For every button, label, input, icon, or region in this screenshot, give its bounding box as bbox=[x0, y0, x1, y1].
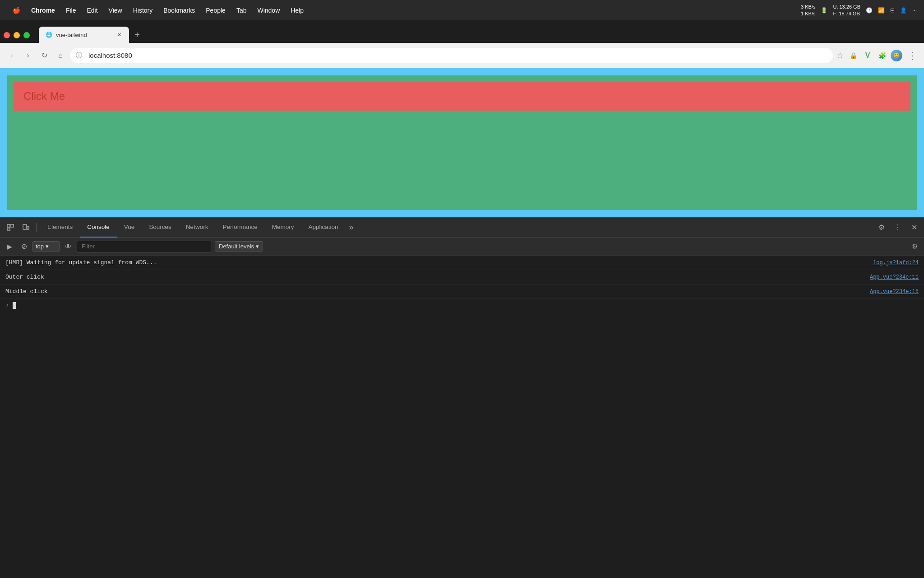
svg-rect-4 bbox=[27, 226, 29, 229]
console-toolbar: ▶ ⊘ top ▾ 👁 Default levels ▾ ⚙ bbox=[0, 238, 924, 256]
console-context-selector[interactable]: top ▾ bbox=[32, 241, 60, 252]
menubar: 🍎 Chrome File Edit View History Bookmark… bbox=[0, 0, 924, 20]
history-menu[interactable]: History bbox=[128, 0, 158, 20]
minimize-window-button[interactable] bbox=[14, 32, 20, 38]
storage-free: F: 18.74 GB bbox=[833, 10, 860, 17]
traffic-lights bbox=[4, 32, 30, 38]
security-icon: ⓘ bbox=[76, 51, 82, 60]
devtools-right-icons: ⚙ ⋮ ✕ bbox=[875, 221, 920, 234]
tab-title: vue-tailwind bbox=[56, 32, 112, 38]
extension-puzzle-icon[interactable]: 🧩 bbox=[876, 50, 888, 61]
levels-label: Default levels bbox=[219, 243, 254, 250]
levels-dropdown-icon: ▾ bbox=[256, 243, 259, 250]
svg-rect-2 bbox=[7, 228, 10, 231]
console-message-middle: Middle click bbox=[5, 288, 48, 295]
address-bar: ‹ › ↻ ⌂ ⓘ ☆ 🔒 V 🧩 😊 ⋮ bbox=[0, 43, 924, 68]
console-prompt-row[interactable]: › bbox=[0, 299, 924, 312]
devtools-panel: Elements Console Vue Sources Network Per… bbox=[0, 217, 924, 578]
new-tab-button[interactable]: + bbox=[131, 28, 143, 41]
tab-bar: 🌐 vue-tailwind ✕ + bbox=[0, 20, 924, 43]
apple-menu[interactable]: 🍎 bbox=[7, 0, 26, 20]
browser-content: Click Me bbox=[0, 68, 924, 217]
console-row-hmr: [HMR] Waiting for update signal from WDS… bbox=[0, 256, 924, 270]
help-menu[interactable]: Help bbox=[285, 0, 309, 20]
home-button[interactable]: ⌂ bbox=[54, 49, 67, 62]
tab-elements[interactable]: Elements bbox=[40, 218, 80, 238]
blue-background: Click Me bbox=[0, 68, 924, 217]
click-me-button[interactable]: Click Me bbox=[14, 82, 910, 111]
storage-used: U: 13.26 GB bbox=[833, 4, 860, 10]
active-tab[interactable]: 🌐 vue-tailwind ✕ bbox=[39, 27, 129, 43]
user-avatar[interactable]: 😊 bbox=[891, 50, 902, 61]
console-link-hmr[interactable]: log.js?1afd:24 bbox=[873, 260, 919, 266]
bookmarks-menu[interactable]: Bookmarks bbox=[158, 0, 200, 20]
chrome-menu[interactable]: Chrome bbox=[26, 0, 60, 20]
tab-menu[interactable]: Tab bbox=[231, 0, 252, 20]
inspect-element-button[interactable] bbox=[4, 221, 17, 234]
extension-vue-icon[interactable]: V bbox=[862, 50, 873, 61]
forward-button[interactable]: › bbox=[22, 49, 34, 62]
network-up: 3 KB/s bbox=[801, 4, 815, 10]
address-input[interactable] bbox=[70, 48, 833, 63]
user-icon: 👤 bbox=[900, 7, 907, 14]
device-toolbar-button[interactable] bbox=[19, 221, 32, 234]
storage-stats: U: 13.26 GB F: 18.74 GB bbox=[833, 4, 860, 17]
view-menu[interactable]: View bbox=[103, 0, 128, 20]
window-menu[interactable]: Window bbox=[252, 0, 285, 20]
tab-console[interactable]: Console bbox=[80, 218, 117, 238]
more-tabs-button[interactable]: » bbox=[346, 223, 357, 232]
console-play-button[interactable]: ▶ bbox=[4, 241, 15, 252]
bookmark-star-icon[interactable]: ☆ bbox=[836, 51, 844, 61]
console-message-outer: Outer click bbox=[5, 274, 44, 280]
extension-lock-icon[interactable]: 🔒 bbox=[847, 50, 859, 61]
tab-favicon: 🌐 bbox=[45, 31, 52, 38]
network-down: 1 KB/s bbox=[801, 10, 815, 17]
tab-sources[interactable]: Sources bbox=[142, 218, 179, 238]
console-chevron-icon: › bbox=[5, 302, 9, 309]
svg-rect-1 bbox=[11, 224, 14, 227]
console-cursor bbox=[13, 302, 16, 309]
devtools-more-button[interactable]: ⋮ bbox=[892, 221, 904, 234]
clock-icon: 🕐 bbox=[866, 7, 873, 14]
console-message-hmr: [HMR] Waiting for update signal from WDS… bbox=[5, 259, 157, 266]
context-label: top bbox=[36, 243, 44, 250]
console-clear-button[interactable]: ⊘ bbox=[18, 241, 30, 252]
network-stats: 3 KB/s 1 KB/s bbox=[801, 4, 815, 17]
back-button[interactable]: ‹ bbox=[5, 49, 18, 62]
close-window-button[interactable] bbox=[4, 32, 10, 38]
console-filter-input[interactable] bbox=[77, 241, 212, 252]
menubar-right: 3 KB/s 1 KB/s 🔋 U: 13.26 GB F: 18.74 GB … bbox=[801, 4, 917, 17]
console-row-middle: Middle click App.vue?234e:15 bbox=[0, 284, 924, 299]
console-eye-button[interactable]: 👁 bbox=[62, 241, 74, 252]
extensions-area: 🔒 V 🧩 😊 bbox=[847, 50, 902, 61]
tab-vue[interactable]: Vue bbox=[117, 218, 142, 238]
reload-button[interactable]: ↻ bbox=[38, 49, 51, 62]
devtools-close-button[interactable]: ✕ bbox=[908, 221, 920, 234]
address-wrapper: ⓘ bbox=[70, 48, 833, 63]
console-settings-button[interactable]: ⚙ bbox=[909, 241, 920, 252]
chrome-more-button[interactable]: ⋮ bbox=[906, 48, 919, 63]
svg-rect-0 bbox=[7, 224, 10, 227]
console-levels-selector[interactable]: Default levels ▾ bbox=[215, 241, 263, 252]
tab-memory[interactable]: Memory bbox=[265, 218, 301, 238]
file-menu[interactable]: File bbox=[60, 0, 82, 20]
svg-rect-3 bbox=[23, 224, 27, 229]
edit-menu[interactable]: Edit bbox=[81, 0, 103, 20]
devtools-settings-button[interactable]: ⚙ bbox=[875, 221, 888, 234]
console-output: [HMR] Waiting for update signal from WDS… bbox=[0, 256, 924, 578]
console-row-outer: Outer click App.vue?234e:11 bbox=[0, 270, 924, 284]
control-center[interactable]: ⊟ bbox=[890, 7, 895, 14]
people-menu[interactable]: People bbox=[200, 0, 231, 20]
more-menu[interactable]: ··· bbox=[912, 7, 917, 14]
tab-performance[interactable]: Performance bbox=[215, 218, 264, 238]
toolbar-separator bbox=[36, 223, 37, 232]
tab-application[interactable]: Application bbox=[301, 218, 345, 238]
console-link-outer[interactable]: App.vue?234e:11 bbox=[870, 274, 919, 280]
tab-network[interactable]: Network bbox=[179, 218, 216, 238]
dropdown-icon: ▾ bbox=[46, 243, 49, 250]
tab-close-button[interactable]: ✕ bbox=[116, 31, 123, 38]
green-background: Click Me bbox=[7, 75, 917, 210]
console-link-middle[interactable]: App.vue?234e:15 bbox=[870, 289, 919, 295]
maximize-window-button[interactable] bbox=[23, 32, 30, 38]
battery-icon: 🔋 bbox=[821, 7, 827, 14]
